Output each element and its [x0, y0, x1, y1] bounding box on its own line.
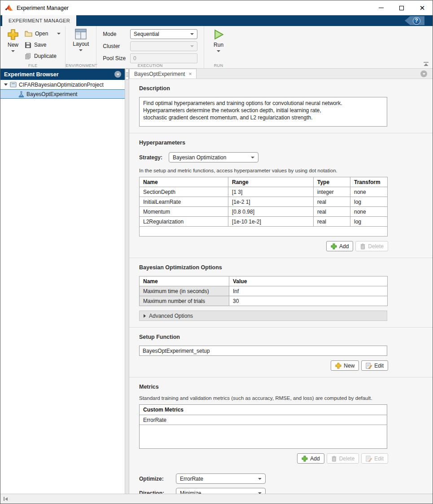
- bayes-options-heading: Bayesian Optimization Options: [139, 264, 433, 271]
- collapse-ribbon-icon[interactable]: [423, 62, 429, 66]
- collapse-panel-icon: [4, 497, 4, 501]
- table-row[interactable]: Momentum [0.8 0.98] real none: [140, 207, 388, 217]
- save-button[interactable]: Save: [23, 40, 62, 50]
- layout-button-label: Layout: [73, 41, 89, 47]
- bayes-options-table: Name Value Maximum time (in seconds) Inf…: [139, 276, 388, 306]
- layout-button[interactable]: Layout: [71, 28, 91, 62]
- chevron-down-icon: [190, 45, 194, 47]
- group-label-file: FILE: [0, 63, 65, 68]
- experiment-flask-icon: [18, 91, 24, 97]
- duplicate-copy-icon: [25, 53, 31, 60]
- main-area: Experiment Browser CIFARBayesianOptimiza…: [0, 69, 433, 494]
- setup-new-button[interactable]: New: [331, 360, 359, 371]
- optimize-dropdown[interactable]: ErrorRate: [176, 473, 266, 484]
- add-plus-icon: [302, 456, 308, 462]
- toolbar-group-run: Run RUN: [204, 26, 233, 68]
- metrics-add-button[interactable]: Add: [297, 453, 324, 464]
- edit-pencil-icon: [366, 363, 372, 369]
- help-icon: ?: [413, 17, 420, 25]
- group-label-execution: EXECUTION: [96, 63, 204, 68]
- hyperparameters-note: In the setup and metric functions, acces…: [139, 168, 433, 173]
- custom-metrics-table: Custom Metrics ErrorRate: [139, 404, 387, 449]
- cluster-dropdown: [130, 41, 197, 51]
- splitter-grip[interactable]: [125, 69, 129, 80]
- col-transform: Transform: [350, 177, 388, 187]
- table-row[interactable]: InitialLearnRate [1e-2 1] real log: [140, 197, 388, 207]
- metrics-note: Standard training and validation metrics…: [139, 395, 433, 401]
- tree-item-experiment[interactable]: BayesOptExperiment: [0, 89, 125, 99]
- setup-edit-button[interactable]: Edit: [361, 360, 388, 371]
- metrics-edit-button: Edit: [361, 453, 388, 464]
- table-row[interactable]: ErrorRate: [140, 415, 387, 425]
- tree-expand-icon[interactable]: [4, 83, 8, 86]
- pool-size-input: [130, 53, 197, 63]
- maximize-button[interactable]: [391, 0, 412, 15]
- run-play-icon: [213, 29, 224, 40]
- toolbar-group-file: New Open Save: [0, 26, 65, 68]
- table-row[interactable]: SectionDepth [1 3] integer none: [140, 187, 388, 197]
- chevron-down-icon: [423, 73, 425, 75]
- chevron-down-icon: [11, 50, 15, 52]
- mode-value: Sequential: [134, 31, 159, 37]
- chevron-down-icon: [258, 478, 262, 480]
- duplicate-button[interactable]: Duplicate: [23, 51, 62, 61]
- mode-dropdown[interactable]: Sequential: [130, 29, 197, 39]
- setup-function-input[interactable]: [139, 346, 387, 356]
- panel-menu-button[interactable]: [114, 71, 121, 78]
- title-bar: Experiment Manager ✕: [0, 0, 433, 15]
- hyperparameters-delete-button: Delete: [355, 241, 388, 251]
- metrics-delete-button: Delete: [327, 453, 359, 464]
- section-divider: [129, 258, 433, 258]
- close-button[interactable]: ✕: [412, 0, 433, 15]
- setup-function-heading: Setup Function: [139, 334, 433, 340]
- open-folder-icon: [25, 31, 32, 37]
- new-plus-icon: [335, 363, 341, 369]
- tab-experiment-manager[interactable]: EXPERIMENT MANAGER: [2, 15, 76, 26]
- run-button-label: Run: [214, 42, 223, 48]
- maximize-icon: [399, 6, 404, 10]
- document-tab-strip: BayesOptExperiment ×: [129, 69, 433, 79]
- edit-pencil-icon: [366, 456, 372, 462]
- status-bar: [0, 494, 433, 504]
- hyperparameters-table: Name Range Type Transform SectionDepth […: [139, 177, 388, 237]
- delete-trash-icon: [331, 456, 337, 462]
- open-button[interactable]: Open: [23, 29, 62, 39]
- table-row[interactable]: L2Regularization [1e-10 1e-2] real log: [140, 217, 388, 227]
- new-button-label: New: [8, 42, 18, 48]
- ribbon-tab-strip: EXPERIMENT MANAGER ?: [0, 15, 433, 26]
- save-button-label: Save: [34, 42, 46, 48]
- direction-label: Direction:: [139, 490, 176, 494]
- panel-splitter[interactable]: [125, 69, 129, 494]
- hyperparameters-add-button[interactable]: Add: [326, 241, 353, 251]
- experiment-browser-panel: Experiment Browser CIFARBayesianOptimiza…: [0, 69, 125, 494]
- description-heading: Description: [139, 85, 433, 92]
- collapse-panel-button[interactable]: [4, 497, 8, 501]
- run-button[interactable]: Run: [209, 28, 228, 62]
- duplicate-button-label: Duplicate: [34, 53, 57, 59]
- section-divider: [129, 133, 433, 133]
- project-icon: [10, 82, 17, 88]
- tab-bayesoptexperiment[interactable]: BayesOptExperiment ×: [129, 69, 197, 79]
- window-title: Experiment Manager: [17, 5, 69, 11]
- direction-dropdown[interactable]: Minimize: [176, 488, 266, 494]
- document-menu-button[interactable]: [420, 70, 427, 77]
- option-value-cell[interactable]: Inf: [229, 286, 388, 296]
- minimize-button[interactable]: [371, 0, 391, 15]
- cluster-label: Cluster: [103, 43, 126, 49]
- strategy-value: Bayesian Optimization: [173, 154, 226, 161]
- help-button[interactable]: ?: [405, 16, 424, 25]
- tab-close-icon[interactable]: ×: [188, 71, 192, 77]
- tab-label: BayesOptExperiment: [134, 71, 185, 77]
- tree-item-experiment-label: BayesOptExperiment: [26, 91, 77, 97]
- option-value-cell[interactable]: 30: [229, 296, 388, 306]
- group-label-run: RUN: [204, 63, 233, 68]
- direction-value: Minimize: [180, 490, 201, 494]
- experiment-tree: CIFARBayesianOptimizationProject BayesOp…: [0, 80, 125, 494]
- strategy-dropdown[interactable]: Bayesian Optimization: [169, 152, 258, 162]
- description-textarea[interactable]: Find optimal hyperparameters and trainin…: [139, 97, 387, 127]
- pool-size-label: Pool Size: [103, 55, 126, 61]
- new-button[interactable]: New: [3, 28, 23, 62]
- tree-item-project[interactable]: CIFARBayesianOptimizationProject: [0, 80, 125, 89]
- save-disk-icon: [25, 42, 31, 48]
- advanced-options-toggle[interactable]: Advanced Options: [139, 311, 387, 321]
